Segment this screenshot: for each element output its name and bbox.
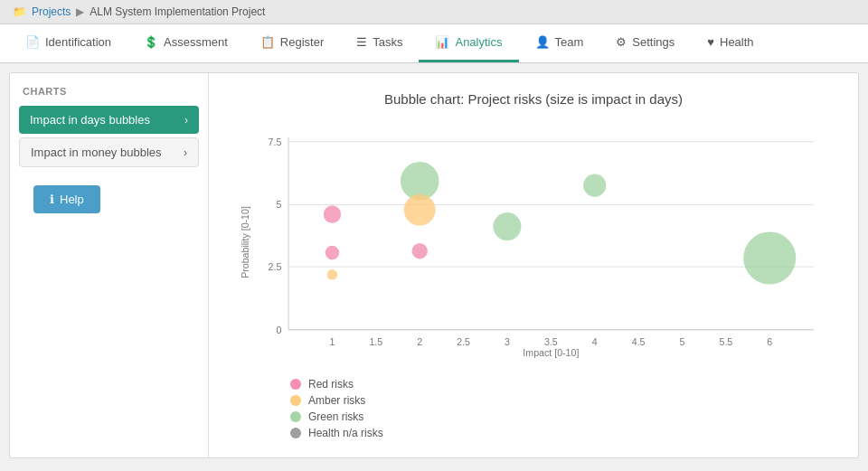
legend-amber-dot: [290, 395, 301, 406]
svg-text:1.5: 1.5: [369, 336, 382, 347]
breadcrumb-separator: ▶: [76, 5, 84, 18]
help-button[interactable]: ℹ Help: [33, 185, 100, 213]
legend-red-dot: [290, 379, 301, 390]
tab-identification[interactable]: 📄 Identification: [9, 24, 127, 62]
svg-text:4: 4: [592, 336, 598, 347]
chart-title: Bubble chart: Project risks (size is imp…: [236, 91, 831, 107]
breadcrumb-project-name: ALM System Implementation Project: [90, 5, 265, 18]
sidebar-item-impact-money[interactable]: Impact in money bubbles ›: [19, 137, 199, 167]
chevron-icon-money: ›: [184, 146, 187, 159]
tab-health[interactable]: ♥ Health: [691, 24, 769, 62]
legend-green: Green risks: [290, 410, 363, 423]
svg-text:5: 5: [276, 199, 281, 210]
svg-text:2.5: 2.5: [269, 261, 282, 272]
svg-text:0: 0: [276, 325, 281, 335]
legend-amber: Amber risks: [290, 394, 365, 407]
svg-text:1: 1: [329, 336, 335, 347]
team-icon: 👤: [535, 35, 550, 49]
bubble-amber-2: [404, 194, 436, 226]
svg-text:5.5: 5.5: [719, 336, 732, 347]
svg-text:3: 3: [505, 336, 510, 347]
sidebar: CHARTS Impact in days bubbles › Impact i…: [10, 73, 209, 457]
svg-text:7.5: 7.5: [269, 137, 282, 147]
breadcrumb-projects[interactable]: Projects: [32, 5, 71, 18]
legend-red: Red risks: [290, 378, 354, 391]
tab-tasks[interactable]: ☰ Tasks: [340, 24, 419, 62]
legend-green-dot: [290, 411, 301, 422]
folder-icon: 📁: [13, 5, 26, 18]
svg-text:3.5: 3.5: [544, 336, 558, 347]
register-icon: 📋: [260, 35, 275, 49]
settings-icon: ⚙: [616, 35, 627, 49]
analytics-icon: 📊: [435, 35, 449, 49]
bubble-red-3: [411, 243, 427, 259]
tab-bar: 📄 Identification 💲 Assessment 📋 Register…: [0, 24, 868, 63]
assessment-icon: 💲: [144, 35, 158, 49]
svg-text:6: 6: [767, 336, 772, 347]
svg-text:2: 2: [417, 336, 422, 347]
chart-legend: Red risks Amber risks Green risks Health…: [290, 378, 831, 439]
chart-container: 0 2.5 5 7.5 Probability [0-10] 1 1.5 2 2…: [236, 116, 831, 369]
bubble-red-2: [326, 246, 339, 259]
svg-text:Probability [0-10]: Probability [0-10]: [240, 206, 250, 278]
main-content: CHARTS Impact in days bubbles › Impact i…: [9, 72, 859, 458]
tab-analytics[interactable]: 📊 Analytics: [419, 24, 518, 62]
tab-settings[interactable]: ⚙ Settings: [599, 24, 691, 62]
svg-text:5: 5: [680, 336, 685, 347]
legend-health-na: Health n/a risks: [290, 427, 383, 439]
tab-assessment[interactable]: 💲 Assessment: [127, 24, 244, 62]
chevron-icon: ›: [184, 114, 188, 127]
bubble-amber-1: [327, 269, 338, 280]
help-icon: ℹ: [50, 193, 54, 206]
legend-health-na-dot: [290, 428, 301, 438]
bubble-chart-svg: 0 2.5 5 7.5 Probability [0-10] 1 1.5 2 2…: [236, 116, 831, 369]
svg-text:2.5: 2.5: [457, 336, 470, 347]
svg-text:Impact [0-10]: Impact [0-10]: [523, 347, 579, 358]
charts-section-title: CHARTS: [19, 86, 199, 97]
tab-team[interactable]: 👤 Team: [519, 24, 600, 62]
bubble-green-4: [743, 231, 796, 284]
tab-register[interactable]: 📋 Register: [244, 24, 340, 62]
tasks-icon: ☰: [356, 35, 367, 49]
svg-text:4.5: 4.5: [632, 336, 646, 347]
bubble-green-3: [583, 174, 606, 197]
identification-icon: 📄: [25, 35, 40, 49]
sidebar-item-impact-days[interactable]: Impact in days bubbles ›: [19, 106, 199, 134]
chart-area: Bubble chart: Project risks (size is imp…: [209, 73, 858, 457]
breadcrumb: 📁 Projects ▶ ALM System Implementation P…: [0, 0, 868, 24]
bubble-green-2: [493, 212, 521, 240]
bubble-red-1: [324, 205, 341, 222]
health-icon: ♥: [707, 35, 714, 49]
